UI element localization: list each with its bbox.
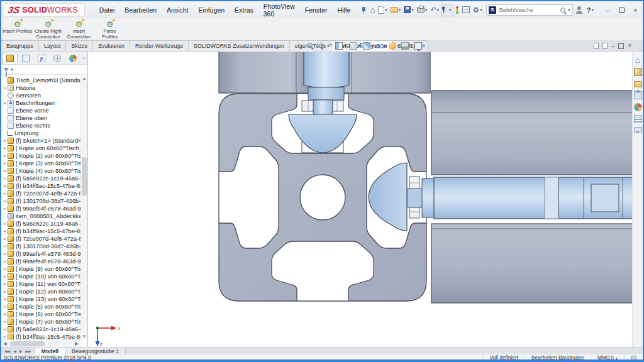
expand-arrow-icon[interactable]: ▸ <box>3 274 8 279</box>
tree-item[interactable]: ▸ item_0000501_Abdeckkappe_1 <box>1 212 80 220</box>
menu-item[interactable]: Hilfe <box>333 4 355 16</box>
tree-item[interactable]: ▸ [ Kopie (3) von 60x60^Tisch_De <box>1 160 80 167</box>
forum-icon[interactable] <box>634 127 642 133</box>
panel-expand-chevron-icon[interactable]: › <box>83 55 85 61</box>
expand-arrow-icon[interactable]: ▸ <box>3 266 8 272</box>
expand-arrow-icon[interactable]: ▸ <box>3 221 8 226</box>
open-button[interactable]: ▾ <box>389 4 402 16</box>
tree-item[interactable]: ▸ [ Kopie (11) von 60x60^Tisch_D <box>1 280 80 288</box>
tree-item[interactable]: ▸ [ Kopie (10) von 60x60^Tisch_D <box>1 273 80 280</box>
expand-arrow-icon[interactable]: ▸ <box>3 319 8 324</box>
first-tab-icon[interactable]: ◀◀ <box>3 349 11 353</box>
tree-item[interactable]: ▸ Ebene rechts <box>1 122 80 129</box>
tree-item[interactable]: ▸ (f) 5a6e822c-1c19-46a6-8787-e <box>1 326 80 333</box>
maximize-button[interactable] <box>615 4 628 16</box>
expand-arrow-icon[interactable]: ▸ <box>3 259 8 264</box>
tree-item[interactable]: ▸ [ Kopie (9) von 60x60^Tisch_De <box>1 265 80 273</box>
options-button[interactable]: ⚙▾ <box>472 4 484 16</box>
design-library-icon[interactable] <box>634 81 642 87</box>
help-button[interactable]: ?▾ <box>586 4 595 16</box>
tree-item[interactable]: ▸ Ebene oben <box>1 114 80 122</box>
quick-tips-cell[interactable] <box>624 354 643 361</box>
view-settings-button[interactable]: ▾ <box>414 42 426 50</box>
tree-item[interactable]: ▸ (f) b34ff9ac-15c5-47be-8e53-5 <box>1 333 80 339</box>
hide-show-items-button[interactable]: ▾ <box>375 42 387 50</box>
menu-item[interactable]: Ansicht <box>162 4 192 16</box>
tree-item[interactable]: ▸ Ursprung <box>1 129 80 137</box>
login-button[interactable] <box>574 4 584 16</box>
menu-item[interactable]: Einfügen <box>194 4 229 16</box>
ribbon-tab[interactable]: SOLIDWORKS Zusatzanwendungen <box>188 40 290 51</box>
doc-close-button[interactable]: × <box>628 41 631 50</box>
command-button[interactable]: ⚙✦ Create Right Connection <box>33 19 63 40</box>
menu-item[interactable]: Bearbeiten <box>120 4 161 16</box>
menu-item[interactable]: PhotoView 360 <box>259 1 299 19</box>
expand-arrow-icon[interactable]: ▸ <box>3 244 8 249</box>
tree-item[interactable]: ▸ Ebene vorne <box>1 107 80 114</box>
file-explorer-icon[interactable] <box>634 91 642 99</box>
tree-item[interactable]: ▸ (f) Sketch<1> (Standard<<Star <box>1 137 80 145</box>
model-tab[interactable]: Bewegungsstudie 1 <box>65 348 126 354</box>
tab-display-manager[interactable] <box>65 53 80 64</box>
sw-resources-icon[interactable] <box>634 68 642 76</box>
search-caret-icon[interactable]: ▾ <box>568 8 570 13</box>
tree-item[interactable]: ▸ Historie <box>1 84 80 92</box>
scroll-down-icon[interactable]: ▼ <box>81 333 87 339</box>
expand-arrow-icon[interactable]: ▸ <box>3 161 8 166</box>
home-button[interactable]: ⌂ <box>369 4 376 16</box>
doc-minimize-button[interactable]: – <box>611 41 615 50</box>
expand-arrow-icon[interactable]: ▸ <box>3 168 8 173</box>
tree-item[interactable]: ▸ (f) b34ff9ac-15c5-47be-8e53-5 <box>1 228 80 235</box>
command-search[interactable]: S ▾ <box>486 4 573 16</box>
menu-item[interactable]: Extras <box>230 4 258 16</box>
home-tab-icon[interactable]: ⌂ <box>634 56 642 64</box>
ribbon-tab[interactable]: Skizze <box>65 40 93 51</box>
appearances-icon[interactable] <box>634 103 642 111</box>
scroll-up-icon[interactable]: ▲ <box>81 75 87 82</box>
save-button[interactable]: ▾ <box>402 4 415 16</box>
ribbon-tab[interactable]: Evaluieren <box>92 40 130 51</box>
tree-item[interactable]: ▸ [ Kopie von 60x60^Tisch_Demo <box>1 145 80 152</box>
tree-item[interactable]: ▸ (f) 72ce007d-4ef8-472a-81e4-2 <box>1 190 80 197</box>
select-button[interactable]: ▾ <box>441 4 453 16</box>
tree-item[interactable]: ▸ [ Kopie (7) von 60x60^Tisch_De <box>1 318 80 326</box>
expand-arrow-icon[interactable]: ▸ <box>3 153 8 158</box>
tree-item[interactable]: ▸ (f) 99aefe4f-e578-463d-95f4-9a <box>1 250 80 258</box>
expand-arrow-icon[interactable]: ▸ <box>3 199 8 204</box>
expand-arrow-icon[interactable]: ▸ <box>3 85 8 90</box>
expand-arrow-icon[interactable]: ▸ <box>3 236 8 241</box>
undo-button[interactable]: ↶▾ <box>429 4 440 16</box>
print-button[interactable]: ▾ <box>416 4 429 16</box>
display-style-button[interactable]: ▾ <box>363 42 374 50</box>
tab-featuremanager-tree[interactable] <box>3 53 18 64</box>
expand-arrow-icon[interactable]: ▸ <box>3 206 8 211</box>
scroll-left-icon[interactable]: ◀ <box>1 341 9 346</box>
doc-restore-button[interactable] <box>618 43 624 49</box>
expand-arrow-icon[interactable]: ▸ <box>3 191 8 196</box>
tab-configuration-manager[interactable]: β <box>34 53 49 64</box>
next-tab-icon[interactable]: ▶ <box>18 349 24 353</box>
model-tab[interactable]: Modell <box>35 348 65 354</box>
new-document-button[interactable]: ▾ <box>377 4 389 16</box>
expand-arrow-icon[interactable]: ▸ <box>3 176 8 181</box>
tree-item[interactable]: ▸ (f) 5a6e822c-1c19-46a6-8787-e <box>1 220 80 228</box>
xpert-button[interactable] <box>461 4 471 16</box>
expand-arrow-icon[interactable]: ▸ <box>3 251 8 256</box>
search-input[interactable] <box>498 6 558 14</box>
tree-filter-row[interactable]: ▾ <box>1 65 87 75</box>
tree-item[interactable]: ▸ (f) 1301708d-38d7-426b-a484-f <box>1 197 80 205</box>
view-orientation-button[interactable]: ▾ <box>350 42 361 50</box>
expand-arrow-icon[interactable]: ▸ <box>3 101 8 106</box>
tree-item[interactable]: ▸ (f) 72ce007d-4ef8-472a-81e4-2 <box>1 235 80 243</box>
tab-property-manager[interactable] <box>18 53 33 64</box>
expand-arrow-icon[interactable]: ▸ <box>3 304 8 309</box>
tree-item[interactable]: ▸ Tisch_Demo#03 (Standard<Anzeig <box>1 77 80 84</box>
tree-item[interactable]: ▸ (f) b34ff9ac-15c5-47be-8e53-5 <box>1 182 80 190</box>
rebuild-button[interactable] <box>454 4 460 16</box>
tree-item[interactable]: ▸ (f) 5a6e822c-1c19-46a6-8787-e <box>1 175 80 182</box>
tree-item[interactable]: ▸ [ Kopie (4) von 60x60^Tisch_De <box>1 167 80 175</box>
zoom-to-fit-button[interactable] <box>307 42 314 50</box>
scroll-right-icon[interactable]: ▶ <box>73 341 80 346</box>
expand-arrow-icon[interactable]: ▸ <box>3 229 8 234</box>
apply-scene-button[interactable]: ▾ <box>401 42 413 50</box>
